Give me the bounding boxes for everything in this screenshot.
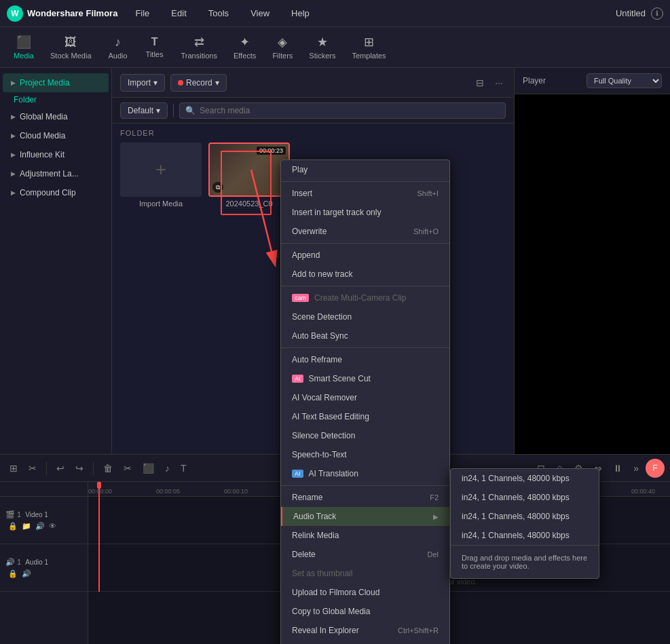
audio-track-header: 🔊 1 Audio 1 [5, 558, 82, 567]
more-options-icon[interactable]: ··· [492, 75, 506, 91]
ctx-ai-text-editing[interactable]: AI Text Based Editing [281, 407, 449, 426]
menu-view[interactable]: View [246, 5, 274, 21]
ctx-smart-scene-cut[interactable]: AI Smart Scene Cut [281, 369, 449, 388]
ctx-add-new-track[interactable]: Add to new track [281, 265, 449, 284]
ctx-scene-detection[interactable]: Scene Detection [281, 307, 449, 326]
media-item-video[interactable]: 00:00:23 ⧉ 20240523_C0 [208, 143, 290, 208]
record-button[interactable]: Record ▾ [170, 74, 227, 92]
menu-file[interactable]: File [131, 5, 153, 21]
ctx-rename[interactable]: Rename F2 [281, 488, 449, 507]
tl-text-icon[interactable]: T [176, 460, 191, 476]
menu-edit[interactable]: Edit [167, 5, 190, 21]
search-input[interactable] [200, 106, 500, 115]
tl-snap-icon[interactable]: ⊞ [5, 460, 22, 476]
tl-undo-icon[interactable]: ↩ [52, 460, 69, 476]
search-icon: 🔍 [185, 106, 196, 115]
toolbar-templates-label: Templates [352, 52, 386, 60]
tl-more-icon[interactable]: » [629, 460, 643, 476]
templates-icon: ⊞ [364, 35, 374, 50]
sidebar-item-project-media[interactable]: ▶ Project Media [3, 73, 109, 92]
audio-track-lock-icon[interactable]: 🔒 [8, 569, 18, 578]
submenu-item-2[interactable]: in24, 1 Channels, 48000 kbps [451, 507, 599, 526]
sidebar-item-global-media[interactable]: ▶ Global Media [3, 107, 109, 126]
audio-track-volume-icon[interactable]: 🔊 [22, 569, 31, 578]
ctx-insert-shortcut: Shift+I [417, 189, 439, 197]
toolbar-media[interactable]: ⬛ Media [7, 31, 41, 64]
ctx-insert-target-label: Insert in target track only [292, 208, 381, 217]
ctx-rename-shortcut: F2 [430, 493, 439, 501]
ctx-insert-target[interactable]: Insert in target track only [281, 203, 449, 222]
sidebar-item-compound-clip[interactable]: ▶ Compound Clip [3, 183, 109, 202]
toolbar-stock-media[interactable]: 🖼 Stock Media [43, 31, 98, 64]
import-media-item[interactable]: + Import Media [120, 143, 202, 208]
ctx-sep3 [281, 286, 449, 286]
ctx-delete-shortcut: Del [427, 550, 439, 558]
ctx-copy-global[interactable]: Copy to Global Media [281, 602, 449, 621]
ctx-silence-detection[interactable]: Silence Detection [281, 426, 449, 445]
toolbar-audio[interactable]: ♪ Audio [101, 31, 135, 64]
toolbar-stickers[interactable]: ★ Stickers [302, 31, 342, 64]
info-icon[interactable]: ℹ [651, 7, 663, 20]
tl-pause-icon[interactable]: ⏸ [609, 460, 627, 476]
ctx-speech-to-text[interactable]: Speech-to-Text [281, 445, 449, 464]
audio-track-controls: 🔒 🔊 [5, 569, 31, 578]
ctx-ai-translation[interactable]: AI AI Translation [281, 464, 449, 483]
ctx-overwrite-shortcut: Shift+O [413, 227, 439, 235]
tl-redo-icon[interactable]: ↪ [71, 460, 88, 476]
menu-help[interactable]: Help [287, 5, 314, 21]
import-button[interactable]: Import ▾ [120, 74, 165, 92]
audio-track-name: Audio 1 [25, 558, 48, 566]
ctx-overwrite[interactable]: Overwrite Shift+O [281, 222, 449, 241]
tl-trim-icon[interactable]: ✂ [24, 460, 41, 476]
ctx-sep1 [281, 181, 449, 182]
ctx-reveal-explorer-label: Reveal In Explorer [292, 626, 359, 635]
ctx-sep4 [281, 347, 449, 348]
toolbar-filters[interactable]: ◈ Filters [265, 31, 299, 64]
quality-select[interactable]: Full Quality High Quality Medium Quality… [587, 73, 662, 88]
tl-crop-icon[interactable]: ⬛ [138, 460, 158, 476]
default-label: Default [128, 106, 153, 115]
video-track-eye-icon[interactable]: 👁 [49, 522, 56, 531]
toolbar-effects[interactable]: ✦ Effects [227, 31, 263, 64]
toolbar-titles[interactable]: T Titles [138, 32, 172, 62]
ctx-audio-track-label: Audio Track [293, 512, 336, 521]
ctx-play[interactable]: Play [281, 160, 449, 179]
menu-tools[interactable]: Tools [204, 5, 233, 21]
tl-audio-icon[interactable]: ♪ [161, 460, 174, 476]
ctx-delete[interactable]: Delete Del [281, 545, 449, 564]
tl-cut-icon[interactable]: ✂ [119, 460, 136, 476]
ctx-upload-cloud[interactable]: Upload to Filmora Cloud [281, 583, 449, 602]
video-track-lock-icon[interactable]: 🔒 [8, 522, 18, 531]
video-track-volume-icon[interactable]: 🔊 [35, 522, 45, 531]
player-header: Player Full Quality High Quality Medium … [515, 68, 670, 94]
sidebar-folder-item[interactable]: Folder [0, 92, 111, 107]
toolbar-transitions[interactable]: ⇄ Transitions [174, 31, 224, 64]
ctx-relink-media[interactable]: Relink Media [281, 526, 449, 545]
top-bar: W Wondershare Filmora File Edit Tools Vi… [0, 0, 670, 27]
tl-delete-icon[interactable]: 🗑 [99, 460, 117, 476]
user-avatar[interactable]: F [646, 459, 665, 478]
ctx-ai-vocal-remover[interactable]: AI Vocal Remover [281, 388, 449, 407]
sidebar-item-adjustment-layer[interactable]: ▶ Adjustment La... [3, 164, 109, 183]
ctx-audio-track[interactable]: Audio Track ▶ [281, 507, 449, 526]
ctx-append[interactable]: Append [281, 246, 449, 265]
audio-track-label: 🔊 1 Audio 1 🔒 🔊 [0, 544, 88, 592]
sidebar-item-cloud-media[interactable]: ▶ Cloud Media [3, 126, 109, 145]
default-button[interactable]: Default ▾ [120, 102, 168, 119]
ruler-spacer [0, 482, 88, 497]
ctx-insert[interactable]: Insert Shift+I [281, 184, 449, 203]
ctx-properties[interactable]: Properties [281, 640, 449, 644]
toolbar-templates[interactable]: ⊞ Templates [345, 31, 392, 64]
submenu-item-1[interactable]: in24, 1 Channels, 48000 kbps [451, 488, 599, 507]
sidebar-item-project-media-label: Project Media [20, 78, 69, 88]
video-track-folder-icon[interactable]: 📁 [22, 522, 31, 531]
submenu-item-0[interactable]: in24, 1 Channels, 48000 kbps [451, 469, 599, 488]
ctx-auto-beat-sync[interactable]: Auto Beat Sync [281, 326, 449, 345]
ctx-auto-reframe[interactable]: Auto Reframe [281, 350, 449, 369]
submenu-item-3[interactable]: in24, 1 Channels, 48000 kbps [451, 526, 599, 545]
ctx-scene-detection-label: Scene Detection [292, 312, 352, 322]
ctx-rename-label: Rename [292, 493, 322, 502]
filter-icon[interactable]: ⊟ [473, 75, 487, 91]
ctx-reveal-explorer[interactable]: Reveal In Explorer Ctrl+Shift+R [281, 621, 449, 640]
sidebar-item-influence-kit[interactable]: ▶ Influence Kit [3, 145, 109, 164]
